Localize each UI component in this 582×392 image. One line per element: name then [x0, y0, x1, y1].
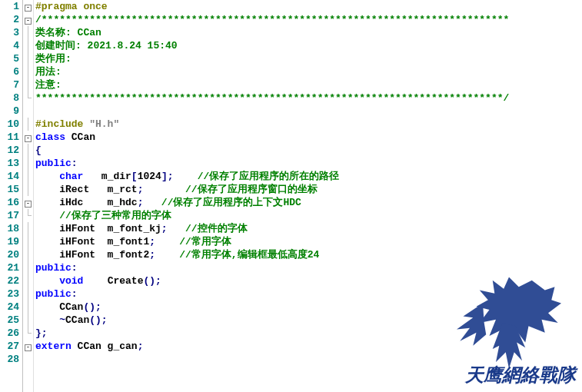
line-number: 20: [0, 248, 19, 261]
code-line[interactable]: extern CCan g_can;: [35, 340, 582, 353]
code-token: ****************************************…: [35, 92, 509, 104]
fold-cell: [23, 183, 33, 196]
code-line[interactable]: public:: [35, 157, 582, 170]
code-line[interactable]: #pragma once: [35, 0, 582, 13]
code-token: [155, 249, 179, 261]
code-line[interactable]: #include "H.h": [35, 118, 582, 131]
code-line[interactable]: iHFont m_font1; //常用字体: [35, 235, 582, 248]
fold-cell: [23, 65, 33, 78]
code-line[interactable]: 注意:: [35, 78, 582, 91]
code-line[interactable]: class CCan: [35, 131, 582, 144]
fold-cell: [23, 39, 33, 52]
fold-cell: [23, 235, 33, 248]
code-token: };: [35, 327, 48, 339]
code-line[interactable]: /***************************************…: [35, 13, 582, 26]
code-line[interactable]: iHFont m_font2; //常用字体,编辑框最低高度24: [35, 248, 582, 261]
fold-cell[interactable]: -: [23, 13, 33, 26]
code-line[interactable]: char m_dir[1024]; //保存了应用程序的所在的路径: [35, 170, 582, 183]
code-line[interactable]: public:: [35, 261, 582, 274]
code-token: CCan: [65, 131, 95, 143]
code-token: :: [72, 262, 78, 274]
fold-cell: [23, 274, 33, 287]
code-token: void: [59, 275, 83, 287]
fold-cell: [23, 301, 33, 314]
code-token: #include: [35, 118, 89, 130]
code-token: :: [72, 288, 78, 300]
code-line[interactable]: iHFont m_font_kj; //控件的字体: [35, 222, 582, 235]
line-number: 7: [0, 78, 19, 91]
fold-cell[interactable]: -: [23, 131, 33, 144]
fold-toggle-icon[interactable]: -: [25, 5, 32, 12]
fold-toggle-icon[interactable]: -: [25, 135, 32, 142]
fold-toggle-icon[interactable]: -: [25, 344, 32, 351]
code-token: ];: [161, 171, 174, 182]
line-number: 10: [0, 118, 19, 131]
code-token: {: [35, 145, 42, 156]
code-token: [35, 314, 59, 326]
code-line[interactable]: iHdc m_hdc; //保存了应用程序的上下文HDC: [35, 196, 582, 209]
fold-cell: [23, 26, 33, 39]
code-token: public: [35, 288, 72, 300]
code-token: ;: [149, 249, 155, 261]
fold-toggle-icon[interactable]: -: [25, 201, 32, 208]
code-line[interactable]: void Create();: [35, 274, 582, 287]
code-token: Create: [83, 275, 143, 287]
code-line[interactable]: iRect m_rct; //保存了应用程序窗口的坐标: [35, 183, 582, 196]
code-line[interactable]: ****************************************…: [35, 91, 582, 105]
line-number: 5: [0, 52, 19, 65]
code-line[interactable]: public:: [35, 287, 582, 301]
code-line[interactable]: 用法:: [35, 65, 582, 78]
line-number: 24: [0, 301, 19, 314]
code-token: "H.h": [89, 118, 119, 130]
line-number: 25: [0, 314, 19, 327]
fold-column: -----: [23, 0, 34, 392]
fold-cell: [23, 170, 33, 183]
line-number: 22: [0, 274, 19, 287]
fold-cell[interactable]: -: [23, 340, 33, 353]
code-token: ();: [83, 301, 101, 313]
code-token: class: [35, 131, 65, 143]
fold-cell: [23, 287, 33, 301]
code-line[interactable]: [35, 105, 582, 118]
code-line[interactable]: //保存了三种常用的字体: [35, 209, 582, 222]
code-token: iHFont m_font1: [35, 236, 149, 247]
fold-cell[interactable]: -: [23, 0, 33, 13]
code-token: [35, 210, 59, 221]
fold-cell: [23, 91, 33, 105]
code-token: 类名称: CCan: [35, 27, 101, 38]
fold-cell: [23, 314, 33, 327]
fold-cell: [23, 105, 33, 118]
code-token: 创建时间: 2021.8.24 15:40: [35, 40, 178, 51]
fold-cell[interactable]: -: [23, 196, 33, 209]
code-token: m_dir: [83, 171, 131, 182]
code-line[interactable]: CCan();: [35, 301, 582, 314]
fold-toggle-icon[interactable]: -: [25, 18, 32, 25]
code-token: /***************************************…: [35, 14, 509, 25]
code-token: [155, 236, 179, 247]
code-area[interactable]: #pragma once/***************************…: [34, 0, 582, 392]
line-number: 21: [0, 261, 19, 274]
code-line[interactable]: ~CCan();: [35, 314, 582, 327]
line-number: 8: [0, 91, 19, 105]
code-token: 注意:: [35, 79, 62, 91]
code-line[interactable]: {: [35, 144, 582, 157]
code-line[interactable]: };: [35, 327, 582, 340]
code-token: iHdc m_hdc: [35, 197, 138, 208]
line-number: 12: [0, 144, 19, 157]
code-token: //常用字体,编辑框最低高度24: [179, 249, 319, 261]
line-number: 19: [0, 235, 19, 248]
code-token: iHFont m_font_kj: [35, 223, 161, 234]
code-token: [: [131, 171, 138, 182]
code-token: CCan g_can: [72, 341, 138, 352]
line-number: 15: [0, 183, 19, 196]
code-line[interactable]: 创建时间: 2021.8.24 15:40: [35, 39, 582, 52]
fold-cell: [23, 222, 33, 235]
code-line[interactable]: 类名称: CCan: [35, 26, 582, 39]
code-line[interactable]: 类作用:: [35, 52, 582, 65]
fold-cell: [23, 78, 33, 91]
line-number: 6: [0, 65, 19, 78]
line-number: 28: [0, 353, 19, 366]
code-line[interactable]: [35, 353, 582, 366]
line-number: 27: [0, 340, 19, 353]
code-token: //控件的字体: [185, 223, 248, 234]
